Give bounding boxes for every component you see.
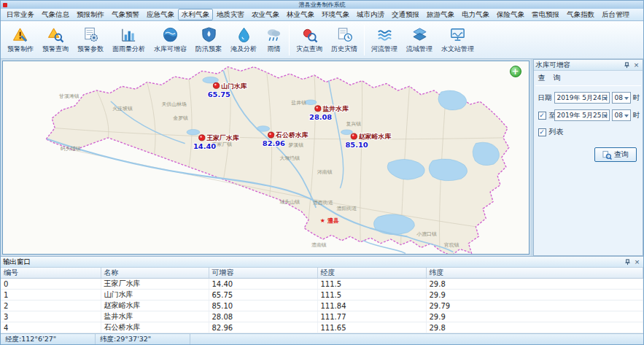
menu-item-insurance[interactable]: 保险气象 xyxy=(493,9,528,20)
toolbar-label: 防汛预案 xyxy=(195,44,222,54)
col-capacity[interactable]: 可增容 xyxy=(209,268,317,279)
app-window: 澧县业务制作系统 日常业务 气象信息 预报制作 气象预警 应急气象 水利气象 地… xyxy=(0,0,644,345)
toolbar-label: 灾点查询 xyxy=(296,44,322,54)
query-section-title: 查 询 xyxy=(534,71,643,85)
reservoir-dot-highlight xyxy=(214,84,217,85)
cell: 111.84 xyxy=(317,301,426,311)
output-caption: 输出窗口 × xyxy=(1,257,643,268)
menu-item-weather-info[interactable]: 气象信息 xyxy=(38,9,73,20)
menu-item-daily[interactable]: 日常业务 xyxy=(3,9,38,20)
basin-management-icon xyxy=(411,26,428,43)
output-title: 输出窗口 xyxy=(3,257,622,267)
cell: 85.10 xyxy=(209,301,317,311)
from-hour-select[interactable]: 08 xyxy=(612,92,631,104)
date-label: 日期 xyxy=(538,93,554,103)
toolbar-hydro-station-button[interactable]: 水文站管理 xyxy=(437,23,478,58)
menu-item-lightning[interactable]: 雷电预报 xyxy=(528,9,563,20)
toolbar-flood-plan-button[interactable]: 防汛预案 xyxy=(191,23,226,58)
res-value: 65.75 xyxy=(208,90,230,98)
toolbar-inundation-button[interactable]: 淹及分析 xyxy=(226,23,261,58)
town-label: 澧西街道 xyxy=(313,200,333,206)
cell: 14.40 xyxy=(209,279,317,290)
toolbar-history-disaster-button[interactable]: 历史灾情 xyxy=(327,23,362,58)
table-row[interactable]: 1 山门水库 65.75 111.5 29.9 xyxy=(1,290,643,301)
reservoir-dot-highlight xyxy=(200,136,202,137)
menu-item-geologic[interactable]: 地质灾害 xyxy=(213,9,248,20)
menu-item-power[interactable]: 电力气象 xyxy=(458,9,493,20)
status-longitude: 经度:112°6'27" xyxy=(1,334,96,344)
town-label: 澧南镇 xyxy=(311,242,327,248)
table-row[interactable]: 3 盐井水库 28.08 111.77 29.9 xyxy=(1,311,643,322)
from-date-select[interactable]: 2019年 5月24日 xyxy=(554,92,610,104)
menu-item-urban[interactable]: 城市内涝 xyxy=(353,9,388,20)
col-longitude[interactable]: 经度 xyxy=(317,268,426,279)
res-value: 85.10 xyxy=(345,141,368,149)
toolbar-rain-status-button[interactable]: 雨情 xyxy=(261,23,287,58)
menu-item-warning[interactable]: 气象预警 xyxy=(108,9,143,20)
menu-item-forecast-make[interactable]: 预报制作 xyxy=(73,9,108,20)
flood-plan-icon xyxy=(201,26,217,43)
statusbar: 经度:112°6'27" 纬度:29°37'32" xyxy=(1,333,643,344)
table-row[interactable]: 4 石公桥水库 82.96 111.65 29.8 xyxy=(1,322,643,333)
to-date-select[interactable]: 2019年 5月25日 xyxy=(554,109,610,121)
menu-item-water-weather[interactable]: 水利气象 xyxy=(178,9,213,20)
toolbar-label: 预警查询 xyxy=(42,44,69,54)
menu-item-environment[interactable]: 环境气象 xyxy=(318,9,353,20)
close-icon[interactable]: × xyxy=(633,258,641,266)
col-id[interactable]: 编号 xyxy=(1,268,101,279)
map-add-button[interactable]: + xyxy=(510,66,521,77)
col-latitude[interactable]: 纬度 xyxy=(426,268,643,279)
res-name: 石公桥水库 xyxy=(275,132,309,139)
menu-item-index[interactable]: 气象指数 xyxy=(563,9,598,20)
to-date-value: 2019年 5月25日 xyxy=(557,111,608,120)
cell: 盐井水库 xyxy=(101,311,209,322)
table-row[interactable]: 2 赵家峪水库 85.10 111.84 29.79 xyxy=(1,301,643,311)
rain-status-icon xyxy=(265,26,282,43)
pin-icon[interactable] xyxy=(623,61,631,69)
output-table-wrap: 编号 名称 可增容 经度 纬度 0 王家厂水库 14.40 111.5 29.8 xyxy=(1,268,643,333)
cell: 111.65 xyxy=(317,322,426,333)
col-name[interactable]: 名称 xyxy=(101,268,209,279)
reservoir-dot-icon[interactable] xyxy=(315,106,321,112)
menu-item-tourism[interactable]: 旅游气象 xyxy=(423,9,458,20)
cell: 29.9 xyxy=(426,290,643,301)
toolbar-areal-rain-button[interactable]: 面雨量分析 xyxy=(108,23,150,58)
reservoir-dot-icon[interactable] xyxy=(351,133,357,139)
town-label: 大堰垱镇 xyxy=(280,155,300,161)
menu-item-forestry[interactable]: 林业气象 xyxy=(283,9,318,20)
town-label: 澧阳街道 xyxy=(337,206,357,212)
res-value: 14.40 xyxy=(193,142,216,150)
map-area[interactable]: 甘溪滩镇火连坡镇天供山林场金罗镇码头铺镇王家厂镇盐井镇复兴镇梦溪镇大堰垱镇涔南镇… xyxy=(2,61,529,255)
main-area: 甘溪滩镇火连坡镇天供山林场金罗镇码头铺镇王家厂镇盐井镇复兴镇梦溪镇大堰垱镇涔南镇… xyxy=(1,59,643,256)
toolbar-river-management-button[interactable]: 河流管理 xyxy=(367,23,402,58)
pin-icon[interactable] xyxy=(624,258,632,266)
close-icon[interactable]: × xyxy=(632,61,640,69)
table-row[interactable]: 0 王家厂水库 14.40 111.5 29.8 xyxy=(1,279,643,290)
toolbar-reservoir-capacity-button[interactable]: 水库可增容 xyxy=(150,23,191,58)
menu-item-traffic[interactable]: 交通预报 xyxy=(388,9,423,20)
cell: 111.5 xyxy=(317,279,426,290)
divider xyxy=(535,85,642,86)
window-title: 澧县业务制作系统 xyxy=(1,1,643,9)
to-date-row: ✓ 至 2019年 5月25日 08 时 xyxy=(534,106,643,124)
toolbar-warning-create-button[interactable]: 预警制作 xyxy=(3,23,38,58)
to-hour-select[interactable]: 08 xyxy=(612,109,631,121)
to-checkbox[interactable]: ✓ xyxy=(538,112,546,120)
toolbar-warning-query-button[interactable]: 预警查询 xyxy=(38,23,73,58)
town-label: 城头山镇 xyxy=(279,199,300,205)
reservoir-dot-icon[interactable] xyxy=(213,82,219,88)
query-button[interactable]: 查询 xyxy=(594,147,637,162)
reservoir-dot-icon[interactable] xyxy=(199,135,205,141)
toolbar-basin-management-button[interactable]: 流域管理 xyxy=(402,23,437,58)
reservoir-dot-icon[interactable] xyxy=(268,132,274,138)
output-window: 输出窗口 × 编号 名称 可增容 经度 纬度 xyxy=(1,256,643,333)
toolbar-disaster-point-query-button[interactable]: 灾点查询 xyxy=(292,23,327,58)
menu-item-admin[interactable]: 后台管理 xyxy=(598,9,633,20)
menu-item-emergency[interactable]: 应急气象 xyxy=(143,9,178,20)
county-map[interactable]: 甘溪滩镇火连坡镇天供山林场金罗镇码头铺镇王家厂镇盐井镇复兴镇梦溪镇大堰垱镇涔南镇… xyxy=(3,61,529,254)
list-checkbox[interactable]: ✓ xyxy=(538,128,546,136)
toolbar-label: 水文站管理 xyxy=(441,44,474,54)
toolbar-label: 河流管理 xyxy=(371,44,397,54)
menu-item-agriculture[interactable]: 农业气象 xyxy=(248,9,283,20)
toolbar-warning-params-button[interactable]: 预警参数 xyxy=(73,23,108,58)
